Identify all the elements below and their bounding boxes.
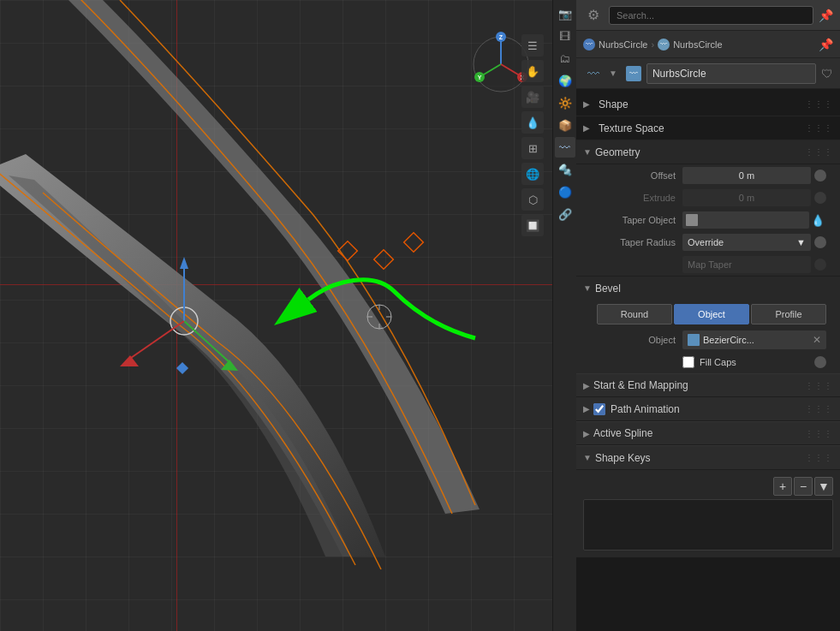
pin-btn[interactable]: 📌 (819, 9, 833, 22)
output-tab[interactable]: 🎞 (555, 26, 575, 46)
shape-keys-controls: + − ▼ (583, 477, 833, 496)
bevel-profile-btn[interactable]: Profile (751, 304, 826, 324)
shield-icon: 🛡 (821, 67, 833, 80)
taper-object-input[interactable] (682, 211, 809, 229)
fill-caps-label: Fill Caps (700, 357, 736, 367)
taper-object-label: Taper Object (597, 215, 682, 225)
datablock-dropdown-arrow[interactable]: ▼ (609, 68, 617, 78)
grid-btn[interactable]: ⊞ (521, 137, 544, 159)
taper-radius-label: Taper Radius (597, 237, 682, 247)
map-taper-btn[interactable]: Map Taper (682, 256, 811, 273)
curve-tab[interactable]: 〰 (555, 137, 575, 158)
texture-space-dots: ⋮⋮⋮ (805, 123, 833, 133)
scene-tab[interactable]: 🌍 (555, 70, 575, 91)
texture-space-section[interactable]: ▶ Texture Space ⋮⋮⋮ (576, 116, 840, 140)
panel-header: ⚙ 📌 (576, 0, 840, 31)
editor-type-btn[interactable]: ⚙ (583, 5, 604, 26)
map-taper-dot[interactable] (814, 259, 826, 271)
taper-radius-dot[interactable] (814, 236, 826, 248)
map-taper-label: Map Taper (688, 259, 732, 270)
bevel-arrow: ▼ (583, 283, 592, 293)
active-spline-label: Active Spline (593, 427, 805, 439)
path-animation-section[interactable]: ▶ Path Animation ⋮⋮⋮ (576, 397, 840, 421)
bevel-round-btn[interactable]: Round (597, 304, 672, 324)
bezier-object-row: Object BezierCirc... ✕ (576, 329, 840, 351)
camera-btn[interactable]: 🎥 (521, 86, 544, 108)
svg-marker-14 (120, 355, 139, 366)
taper-radius-row: Taper Radius Override ▼ (576, 231, 840, 253)
path-anim-arrow: ▶ (583, 404, 590, 414)
bevel-object-btn[interactable]: Object (674, 304, 749, 324)
breadcrumb-pin[interactable]: 📌 (819, 38, 833, 51)
start-end-arrow: ▶ (583, 381, 590, 390)
bezier-close-btn[interactable]: ✕ (813, 334, 821, 346)
fill-caps-dot[interactable] (814, 356, 826, 368)
datablock-type-btn[interactable]: 〰 (583, 63, 604, 84)
bezier-name: BezierCirc... (703, 335, 809, 345)
bezier-object-input[interactable]: BezierCirc... ✕ (682, 330, 826, 349)
taper-radius-value: Override (688, 237, 724, 247)
geometry-label: Geometry (595, 146, 805, 158)
shape-keys-content: + − ▼ (576, 470, 840, 557)
extrude-row: Extrude (576, 187, 840, 209)
mode-select-btn[interactable]: ☰ (521, 34, 544, 57)
start-end-dots: ⋮⋮⋮ (805, 381, 833, 390)
extrude-dot[interactable] (814, 192, 826, 204)
path-anim-dots: ⋮⋮⋮ (805, 404, 833, 414)
taper-radius-select[interactable]: Override ▼ (682, 234, 811, 251)
world-tab[interactable]: 🔆 (555, 92, 575, 113)
fill-caps-row: Fill Caps (576, 351, 840, 373)
curve-icon-2: 〰 (658, 39, 670, 51)
search-input[interactable] (609, 6, 813, 25)
shape-key-add-btn[interactable]: + (773, 477, 792, 496)
bevel-header[interactable]: ▼ Bevel (576, 276, 840, 300)
offset-value[interactable] (682, 167, 811, 184)
datablock-name-field[interactable] (646, 63, 816, 84)
active-spline-dots: ⋮⋮⋮ (805, 429, 833, 438)
render-tab[interactable]: 📷 (555, 3, 575, 24)
start-end-mapping-section[interactable]: ▶ Start & End Mapping ⋮⋮⋮ (576, 373, 840, 397)
geometry-arrow: ▼ (583, 147, 592, 157)
shape-keys-section: ▼ Shape Keys ⋮⋮⋮ + − ▼ (576, 445, 840, 557)
object-tab[interactable]: 📦 (555, 115, 575, 135)
right-panel-wrapper: 📷 🎞 🗂 🌍 🔆 📦 〰 🔩 🔵 🔗 ⚙ 📌 〰 NurbsCircle › (552, 0, 840, 631)
header-icons: ⚙ (583, 5, 604, 26)
bevel-label: Bevel (595, 283, 621, 295)
texture-space-label: Texture Space (599, 122, 805, 134)
curve-icon-1: 〰 (583, 39, 595, 51)
physics-tab[interactable]: 🔗 (555, 204, 575, 224)
grab-btn[interactable]: ✋ (521, 60, 544, 82)
offset-row: Offset (576, 164, 840, 187)
fill-caps-checkbox[interactable] (682, 356, 694, 368)
eyedropper-btn[interactable]: 💧 (809, 214, 826, 227)
properties-area[interactable]: ▶ Shape ⋮⋮⋮ ▶ Texture Space ⋮⋮⋮ ▼ Geomet… (576, 89, 840, 631)
material-btn[interactable]: 💧 (521, 111, 544, 134)
shading-btn[interactable]: ⬡ (521, 188, 544, 211)
active-spline-arrow: ▶ (583, 429, 590, 438)
offset-dot[interactable] (814, 170, 826, 182)
shape-key-more-btn[interactable]: ▼ (814, 477, 833, 496)
shape-section[interactable]: ▶ Shape ⋮⋮⋮ (576, 92, 840, 116)
shape-keys-header[interactable]: ▼ Shape Keys ⋮⋮⋮ (576, 446, 840, 470)
modifier-tab[interactable]: 🔩 (555, 159, 575, 180)
breadcrumb-label-2[interactable]: NurbsCircle (673, 39, 722, 50)
breadcrumb-item-2: 〰 NurbsCircle (658, 39, 722, 51)
geometry-section: ▼ Geometry ⋮⋮⋮ Offset Extrude (576, 140, 840, 373)
snap-btn[interactable]: 🔲 (521, 214, 544, 236)
bezier-object-label: Object (597, 335, 682, 345)
svg-line-13 (128, 321, 184, 360)
geometry-header[interactable]: ▼ Geometry ⋮⋮⋮ (576, 140, 840, 164)
offset-label: Offset (597, 170, 682, 181)
breadcrumb-item-1: 〰 NurbsCircle (583, 39, 647, 51)
shader-tab[interactable]: 🔵 (555, 182, 575, 202)
path-animation-checkbox[interactable] (593, 403, 605, 415)
active-spline-section[interactable]: ▶ Active Spline ⋮⋮⋮ (576, 421, 840, 445)
path-animation-label: Path Animation (611, 403, 805, 415)
breadcrumb-label-1[interactable]: NurbsCircle (599, 39, 647, 50)
globe-btn[interactable]: 🌐 (521, 163, 544, 185)
view-layer-tab[interactable]: 🗂 (555, 48, 575, 68)
extrude-value[interactable] (682, 189, 811, 206)
bevel-buttons-row: Round Object Profile (576, 300, 840, 329)
shape-key-remove-btn[interactable]: − (794, 477, 813, 496)
viewport[interactable]: Z Y X ☰ ✋ 🎥 💧 ⊞ 🌐 ⬡ 🔲 (0, 0, 552, 631)
